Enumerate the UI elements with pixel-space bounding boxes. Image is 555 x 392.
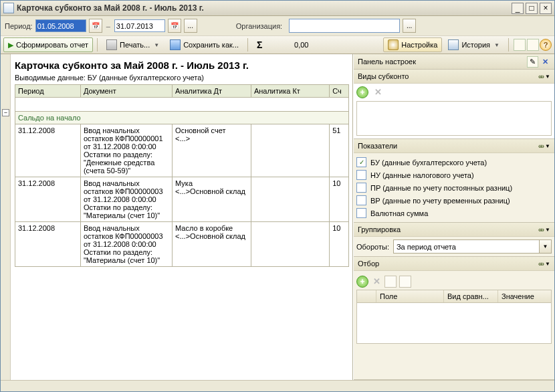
chevron-icon: «»: [538, 260, 542, 268]
filter-col-check: [357, 290, 376, 302]
section-filter-header[interactable]: Отбор «» ▼: [354, 257, 554, 271]
indicator-label: Валютная сумма: [370, 209, 428, 217]
checkbox[interactable]: [356, 183, 366, 193]
settings-panel: Панель настроек ✎ ✕ Виды субконто «» ▼ +…: [353, 54, 554, 380]
save-label: Сохранить как...: [183, 41, 239, 49]
section-subkonto-header[interactable]: Виды субконто «» ▼: [354, 70, 554, 84]
print-button[interactable]: Печать... ▼: [102, 37, 164, 52]
calendar-to-button[interactable]: 📅: [168, 19, 181, 33]
filter-col-value: Значение: [498, 290, 551, 302]
settings-label: Настройка: [401, 41, 437, 49]
chevron-down-icon: ▼: [545, 74, 550, 80]
maximize-button[interactable]: □: [526, 3, 538, 14]
sum-button[interactable]: Σ: [252, 37, 267, 52]
saldo-row: Сальдо на начало: [15, 112, 349, 124]
section-filter: Отбор «» ▼ + ✕ Поле: [354, 257, 554, 380]
horizontal-scrollbar[interactable]: [1, 380, 554, 391]
filter-tool-1-icon[interactable]: [384, 276, 397, 288]
minimize-button[interactable]: _: [512, 3, 524, 14]
gear-icon: [388, 39, 399, 50]
indicator-row[interactable]: Валютная сумма: [356, 207, 552, 219]
play-icon: ▶: [8, 41, 13, 50]
generate-report-button[interactable]: ▶ Сформировать отчет: [3, 37, 93, 52]
indicator-row[interactable]: ПР (данные по учету постоянных разниц): [356, 181, 552, 194]
table-row[interactable]: 31.12.2008 Ввод начальных остатков КФП00…: [15, 124, 349, 177]
table-row[interactable]: 31.12.2008 Ввод начальных остатков КФП00…: [15, 222, 349, 267]
title-bar: Карточка субконто за Май 2008 г. - Июль …: [1, 1, 554, 16]
chevron-down-icon: ▼: [545, 261, 550, 267]
grouping-value: За период отчета: [397, 243, 456, 251]
settings-panel-title: Панель настроек: [358, 58, 416, 66]
toolbar-separator: [247, 38, 248, 52]
chevron-down-icon: ▼: [539, 240, 551, 253]
history-button[interactable]: История ▼: [443, 37, 504, 52]
calendar-from-button[interactable]: 📅: [89, 19, 102, 33]
table-row[interactable]: 31.12.2008 Ввод начальных остатков КФП00…: [15, 177, 349, 222]
col-document: Документ: [80, 85, 172, 98]
indicator-label: ВР (данные по учету временных разниц): [370, 197, 510, 205]
period-to-input[interactable]: [114, 19, 165, 32]
toolbar-separator: [508, 38, 509, 52]
tool-icon-1[interactable]: [514, 39, 526, 51]
section-subkonto: Виды субконто «» ▼ + ✕: [354, 70, 554, 139]
organization-picker-button[interactable]: ...: [403, 19, 416, 33]
filter-body[interactable]: [357, 303, 551, 343]
remove-subkonto-button[interactable]: ✕: [372, 86, 383, 97]
settings-panel-header: Панель настроек ✎ ✕: [354, 54, 554, 70]
saldo-cell: Сальдо на начало: [15, 112, 349, 124]
indicator-label: НУ (данные налогового учета): [370, 171, 474, 179]
checkbox[interactable]: [356, 208, 366, 218]
checkbox[interactable]: [356, 170, 366, 180]
indicator-row[interactable]: ✓БУ (данные бухгалтерского учета): [356, 156, 552, 169]
chevron-icon: «»: [538, 142, 542, 150]
history-icon: [448, 39, 459, 50]
chevron-icon: «»: [538, 72, 542, 80]
sum-value: 0,00: [268, 41, 314, 49]
subkonto-list[interactable]: [356, 101, 552, 136]
tool-icon-2[interactable]: [527, 39, 539, 51]
indicator-label: БУ (данные бухгалтерского учета): [370, 159, 487, 167]
organization-input[interactable]: [289, 19, 400, 33]
printer-icon: [106, 39, 117, 50]
collapse-button[interactable]: −: [2, 109, 9, 116]
indicator-row[interactable]: НУ (данные налогового учета): [356, 169, 552, 181]
report-title: Карточка субконто за Май 2008 г. - Июль …: [15, 60, 352, 71]
indicator-label: ПР (данные по учету постоянных разниц): [370, 184, 512, 192]
document-icon: [3, 3, 14, 13]
add-subkonto-button[interactable]: +: [356, 86, 368, 98]
period-label: Период:: [5, 22, 33, 30]
help-button[interactable]: ?: [540, 39, 552, 51]
print-label: Печать...: [120, 41, 150, 49]
indicator-row[interactable]: ВР (данные по учету временных разниц): [356, 194, 552, 207]
section-grouping: Группировка «» ▼ Обороты: За период отче…: [354, 223, 554, 257]
period-from-input[interactable]: [35, 19, 86, 32]
generate-report-label: Сформировать отчет: [16, 41, 88, 49]
table-header-row: Период Документ Аналитика Дт Аналитика К…: [15, 85, 349, 98]
checkbox[interactable]: [356, 195, 366, 205]
filter-tool-2-icon[interactable]: [399, 276, 411, 288]
close-button[interactable]: ×: [540, 3, 552, 14]
close-panel-icon[interactable]: ✕: [540, 57, 550, 67]
section-grouping-header[interactable]: Группировка «» ▼: [354, 223, 554, 237]
chevron-down-icon: ▼: [545, 227, 550, 233]
filter-col-field: Поле: [376, 290, 444, 302]
report-area: Карточка субконто за Май 2008 г. - Июль …: [11, 54, 352, 380]
report-subtitle: Выводимые данные: БУ (данные бухгалтерск…: [15, 74, 352, 82]
col-acc: Сч: [330, 85, 349, 98]
add-filter-button[interactable]: +: [356, 276, 368, 288]
grouping-combo[interactable]: За период отчета ▼: [393, 239, 552, 254]
settings-button[interactable]: Настройка: [383, 37, 442, 52]
period-bar: Период: 📅 – 📅 ... Организация: ...: [1, 16, 554, 35]
section-indicators-header[interactable]: Показатели «» ▼: [354, 139, 554, 153]
filter-grid: Поле Вид сравн... Значение: [356, 290, 552, 344]
section-indicators: Показатели «» ▼ ✓БУ (данные бухгалтерско…: [354, 139, 554, 223]
checkbox[interactable]: ✓: [356, 157, 366, 167]
save-as-button[interactable]: Сохранить как...: [165, 37, 243, 52]
organization-label: Организация:: [236, 22, 282, 30]
edit-panel-icon[interactable]: ✎: [527, 56, 538, 68]
col-period: Период: [15, 85, 81, 98]
period-picker-button[interactable]: ...: [184, 19, 197, 33]
toolbar-separator: [97, 38, 98, 52]
remove-filter-button[interactable]: ✕: [371, 276, 382, 286]
chevron-icon: «»: [538, 225, 542, 233]
